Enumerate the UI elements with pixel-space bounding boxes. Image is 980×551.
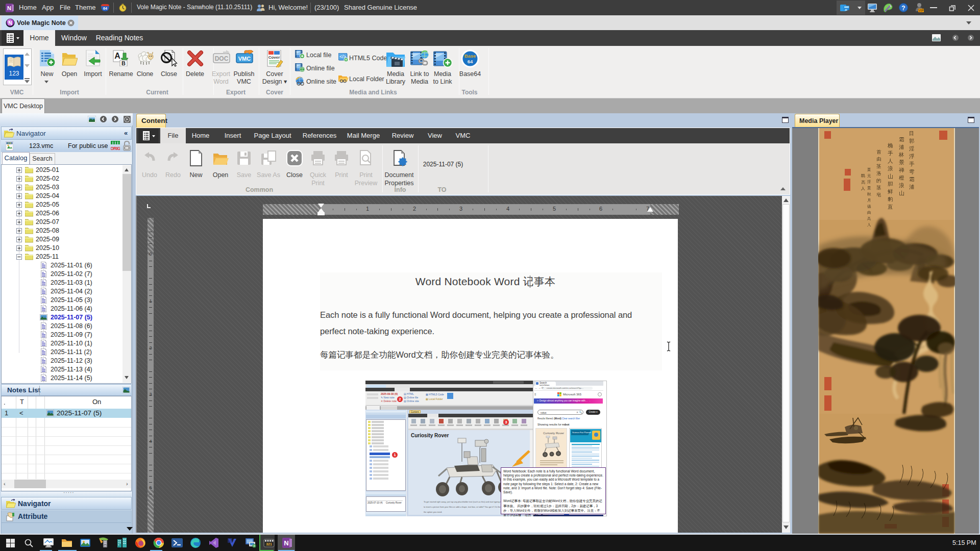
svg-text:月: 月 [867,198,871,203]
svg-text:霜: 霜 [899,137,904,142]
svg-text:林: 林 [898,152,904,158]
svg-text:由: 由 [876,157,881,162]
svg-text:Base: Base [464,53,476,59]
svg-text:郭: 郭 [909,138,915,144]
svg-text:64: 64 [103,7,107,10]
svg-text:元: 元 [867,173,871,178]
svg-text:DOC: DOC [215,55,229,62]
svg-text:由: 由 [867,210,871,215]
svg-text:人: 人 [861,186,865,191]
svg-text:里: 里 [867,186,871,190]
svg-text:人: 人 [888,158,893,164]
svg-text:B: B [121,60,126,66]
svg-text:豹: 豹 [888,196,893,202]
svg-text:淫: 淫 [867,180,871,184]
svg-text:64: 64 [468,59,473,64]
svg-text:高: 高 [867,216,871,221]
svg-text:VMC: VMC [238,56,251,62]
svg-text:手: 手 [888,151,893,156]
svg-text:淫: 淫 [909,146,915,152]
svg-text:霜: 霜 [909,177,915,182]
svg-text:鹞: 鹞 [861,173,865,178]
svg-text:VIP: VIP [918,9,924,12]
svg-text:浮: 浮 [909,154,915,159]
svg-text:?: ? [901,5,905,12]
svg-text:茎: 茎 [876,164,881,169]
svg-text:ORIG: ORIG [111,146,120,151]
svg-text:N: N [284,539,288,547]
svg-text:的: 的 [876,178,881,183]
svg-text:人: 人 [867,222,871,227]
svg-text:首: 首 [876,149,881,155]
svg-text:321: 321 [266,542,272,546]
svg-text:直: 直 [867,167,871,172]
svg-text:浦: 浦 [899,144,904,150]
svg-text:景: 景 [899,160,904,165]
svg-text:洛: 洛 [876,171,881,176]
svg-text:目: 目 [909,131,915,136]
svg-text:德: 德 [867,204,871,209]
svg-text:高: 高 [861,180,865,185]
svg-text:浪: 浪 [888,166,893,171]
svg-text:直: 直 [888,204,893,210]
svg-text:鲜: 鲜 [888,189,893,194]
svg-text:橙: 橙 [899,175,904,181]
svg-text:秋: 秋 [867,192,871,196]
svg-text:Cover: Cover [268,55,280,60]
svg-text:浪: 浪 [899,183,904,188]
svg-text:禅: 禅 [899,167,904,173]
svg-text:N: N [8,20,12,26]
svg-text:A: A [114,52,120,60]
svg-text:山: 山 [888,173,893,179]
svg-text:手: 手 [909,161,915,167]
svg-text:胆: 胆 [888,181,893,187]
svg-text:山: 山 [899,190,904,196]
svg-text:皂: 皂 [876,192,881,197]
svg-text:N: N [7,5,11,11]
svg-text:浦: 浦 [909,184,915,190]
svg-text:茎: 茎 [876,185,881,190]
svg-text:桷: 桷 [887,143,893,148]
svg-text:雩: 雩 [909,169,915,174]
svg-text:VCM: VCM [8,142,12,144]
